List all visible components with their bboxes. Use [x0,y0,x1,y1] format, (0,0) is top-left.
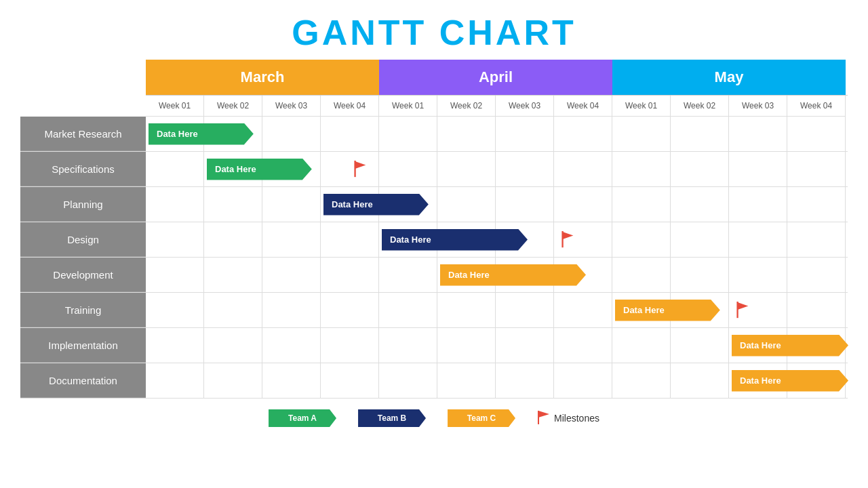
cell [554,222,612,257]
cell [671,117,729,151]
row-label-3: Design [20,222,146,257]
week-header-0: Week 01 [146,96,204,117]
week-header-9: Week 02 [671,96,729,117]
week-header-row: Week 01Week 02Week 03Week 04Week 01Week … [146,95,848,117]
row-cells-3: Data Here [146,222,848,257]
cell [612,363,671,398]
row-cells-5: Data Here [146,293,848,327]
row-cells-7: Data Here [146,363,848,398]
cell [612,328,671,363]
cell [729,363,787,398]
legend-team-b: Team B [358,409,426,427]
cell [437,222,496,257]
cell [262,152,321,186]
cell [671,328,729,363]
cell [554,258,612,292]
cell [787,117,846,151]
cell [379,258,437,292]
cell [437,258,496,292]
week-header-8: Week 01 [612,96,671,117]
cell [612,293,671,327]
week-header-2: Week 03 [262,96,321,117]
cell [204,117,262,151]
cell [379,328,437,363]
flag-icon [537,411,551,426]
cell [496,328,554,363]
cell [204,222,262,257]
data-rows: Market ResearchData HereSpecificationsDa… [20,117,848,399]
cell [671,222,729,257]
cell [496,293,554,327]
row-label-7: Documentation [20,363,146,398]
cell [146,293,204,327]
cell [321,328,379,363]
cell [437,293,496,327]
cell [262,293,321,327]
cell [612,222,671,257]
data-row: DevelopmentData Here [20,258,848,293]
month-march: March [146,60,379,95]
cell [379,293,437,327]
legend-bar-team-a: Team A [269,409,336,427]
cell [262,363,321,398]
milestones-label: Milestones [554,413,599,424]
cell [787,222,846,257]
cell [146,152,204,186]
cell [437,363,496,398]
cell [321,222,379,257]
cell [554,152,612,186]
cell [496,117,554,151]
data-row: DesignData Here [20,222,848,258]
cell [379,187,437,222]
cell [146,117,204,151]
row-label-0: Market Research [20,117,146,151]
legend-bar-team-c: Team C [448,409,515,427]
cell [379,222,437,257]
cell [262,258,321,292]
cell [496,152,554,186]
cell [787,258,846,292]
cell [204,328,262,363]
cell [437,152,496,186]
legend-team-a: Team A [269,409,336,427]
cell [671,187,729,222]
data-row: DocumentationData Here [20,363,848,399]
row-label-1: Specifications [20,152,146,186]
cell [612,258,671,292]
cell [729,293,787,327]
row-cells-0: Data Here [146,117,848,151]
cell [262,222,321,257]
cell [729,222,787,257]
cell [612,187,671,222]
cell [437,328,496,363]
cell [146,258,204,292]
legend-bar-team-b: Team B [358,409,426,427]
week-header-5: Week 02 [437,96,496,117]
cell [554,363,612,398]
data-row: PlanningData Here [20,187,848,222]
cell [612,152,671,186]
page-title: GANTT CHART [292,0,576,60]
cell [729,187,787,222]
week-header-11: Week 04 [787,96,846,117]
cell [262,117,321,151]
data-row: Market ResearchData Here [20,117,848,152]
cell [204,152,262,186]
week-header-1: Week 02 [204,96,262,117]
cell [671,258,729,292]
cell [554,117,612,151]
row-cells-4: Data Here [146,258,848,292]
legend-milestones: Milestones [537,411,599,426]
cell [204,293,262,327]
cell [379,152,437,186]
month-may: May [612,60,846,95]
week-header-3: Week 04 [321,96,379,117]
cell [671,152,729,186]
cell [379,363,437,398]
cell [787,328,846,363]
cell [437,117,496,151]
cell [729,328,787,363]
legend: Team A Team B Team C Milestones [269,409,599,427]
cell [787,187,846,222]
cell [787,293,846,327]
